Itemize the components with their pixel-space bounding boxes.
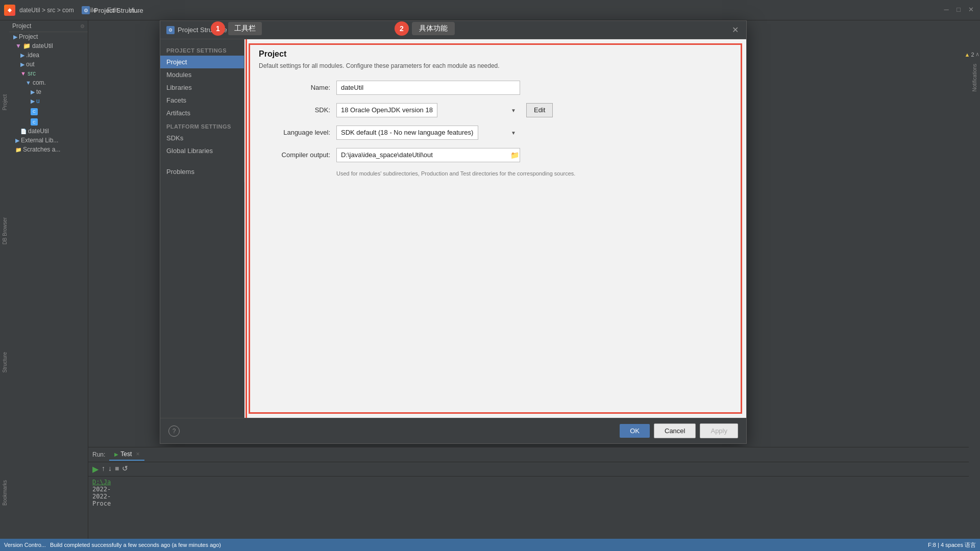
folder-browse-button[interactable]: 📁 [510,151,519,159]
dialog-content: Project Default settings for all modules… [244,39,746,418]
window-title: Project Structure [94,7,143,14]
project-icon: 📁 [23,42,31,49]
cancel-button[interactable]: Cancel [654,423,696,438]
tree-item-src[interactable]: ▼ src [9,69,88,78]
tree-item-ext-lib[interactable]: ▶ External Lib... [9,136,88,145]
build-status: Build completed successfully a few secon… [50,542,924,548]
up-nav[interactable]: ∧ [975,51,979,58]
java-file-icon2: C [31,118,38,126]
tree-item-te[interactable]: ▶ te [9,87,88,96]
run-play-button[interactable]: ▶ [92,464,99,474]
project-panel: Project ⚙ ▶ Project ▼ 📁 dateUtil ▶ .idea [9,20,88,551]
run-rerun-button[interactable]: ↺ [122,464,128,474]
structure-label[interactable]: Structure [2,352,8,373]
apply-button[interactable]: Apply [700,423,738,438]
sdk-select[interactable]: 18 Oracle OpenJDK version 18 [336,103,437,117]
run-line2: 2022- [92,493,976,500]
run-output: D:\Ja 2022- 2022- Proce [88,477,980,509]
dialog-nav: Project Settings Project Modules Librari… [160,39,244,182]
tree-file-item[interactable]: C [9,106,88,116]
section-title: Project [259,49,732,59]
project-label: Project [12,22,31,30]
tree-item-dateutil[interactable]: ▼ 📁 dateUtil [9,41,88,51]
nav-item-problems[interactable]: Problems [160,165,244,178]
project-panel-label[interactable]: Project [2,94,8,110]
compiler-input-wrapper: 📁 [336,148,520,162]
compiler-row: Compiler output: 📁 [259,148,732,162]
center-content: 1 工具栏 2 具体功能 ⚙ Project Structure ✕ [88,20,980,551]
tree-item-idea[interactable]: ▶ .idea [9,51,88,60]
run-up-button[interactable]: ↑ [102,464,105,474]
language-dropdown-arrow: ▼ [511,130,516,135]
name-row: Name: [259,81,732,95]
sdk-row: SDK: 18 Oracle OpenJDK version 18 ▼ Edit [259,103,732,117]
window-controls: ─ □ ✕ [941,4,976,14]
version-control-label: Version Contro... [4,542,46,548]
run-toolbar: ▶ ↑ ↓ ■ ↺ [88,462,980,477]
nav-item-modules[interactable]: Modules [160,68,244,81]
compiler-input[interactable] [336,148,520,162]
run-path: D:\Ja [92,479,976,486]
name-input[interactable] [336,81,520,95]
run-tabs: Run: ▶ Test × [88,447,980,462]
tree-item-project[interactable]: ▶ Project [9,32,88,41]
badge-2: 2 [395,21,409,36]
section-desc: Default settings for all modules. Config… [259,62,732,70]
tree-item-dateutil-file[interactable]: 📄 dateUtil [9,127,88,136]
edit-button[interactable]: Edit [526,103,553,117]
toolbar-label: 工具栏 [228,22,262,35]
project-path: dateUtil > src > com [19,7,74,14]
close-button[interactable]: ✕ [966,4,976,14]
db-browser-label[interactable]: DB Browser [2,217,8,244]
left-side-panel: Project DB Browser Structure Bookmarks [0,41,9,551]
minimize-button[interactable]: ─ [941,4,951,14]
help-button-area: ? [168,425,180,437]
dialog-icon: ⚙ [166,26,175,34]
java-file-icon: C [31,108,38,115]
tree-item-scratches[interactable]: 📁 Scratches a... [9,145,88,154]
nav-item-project[interactable]: Project [160,56,244,68]
content-inner: Project Default settings for all modules… [259,49,732,177]
warning-indicator: ▲ 2 ∧ ∨ [965,51,981,58]
run-stop-button[interactable]: ■ [115,464,119,474]
run-down-button[interactable]: ↓ [108,464,112,474]
nav-item-libraries[interactable]: Libraries [160,81,244,94]
nav-item-sdks[interactable]: SDKs [160,132,244,144]
panel-options-icon[interactable]: ⚙ [80,23,85,29]
nav-item-facets[interactable]: Facets [160,94,244,107]
status-bar: Version Contro... Build completed succes… [0,539,980,551]
ide-window: ◆ dateUtil > src > com File Edit Vi... ⚙… [0,0,980,551]
nav-item-global-libraries[interactable]: Global Libraries [160,144,244,157]
ok-button[interactable]: OK [620,424,650,438]
language-row: Language level: SDK default (18 - No new… [259,126,732,140]
dialog-close-button[interactable]: ✕ [730,25,740,35]
run-line1: 2022- [92,486,976,493]
run-tab-test[interactable]: ▶ Test × [109,448,144,461]
bookmarks-label[interactable]: Bookmarks [2,480,8,506]
maximize-button[interactable]: □ [953,4,964,14]
project-structure-icon: ⚙ [82,6,90,14]
tree-item-com[interactable]: ▼ com. [9,78,88,87]
status-right-info: F:8 | 4 spaces 语言 [928,541,976,549]
language-select-wrapper: SDK default (18 - No new language featur… [336,126,520,140]
compiler-label: Compiler output: [259,151,330,159]
tree-item-u[interactable]: ▶ u [9,96,88,106]
sdk-select-wrapper: 18 Oracle OpenJDK version 18 ▼ [336,103,520,117]
platform-settings-label: Platform Settings [160,119,244,132]
right-side-panel: ▲ 2 ∧ ∨ Notifications [969,41,980,551]
warning-count: 2 [971,52,974,58]
main-area: Project DB Browser Structure Bookmarks P… [0,20,980,551]
badge-1: 1 [211,21,225,36]
tree-file-item2[interactable]: C [9,116,88,127]
run-icon: ▶ [114,452,118,457]
help-button[interactable]: ? [168,425,180,437]
language-select[interactable]: SDK default (18 - No new language featur… [336,126,478,140]
spacer [160,157,244,165]
project-structure-dialog: ⚙ Project Structure ✕ Project Settings P… [160,20,747,444]
close-run-tab[interactable]: × [136,450,139,458]
language-label: Language level: [259,129,330,136]
tree-item-out[interactable]: ▶ out [9,60,88,69]
nav-item-artifacts[interactable]: Artifacts [160,107,244,119]
callout-area-2: 2 具体功能 [395,21,455,36]
notifications-label[interactable]: Notifications [972,64,977,91]
